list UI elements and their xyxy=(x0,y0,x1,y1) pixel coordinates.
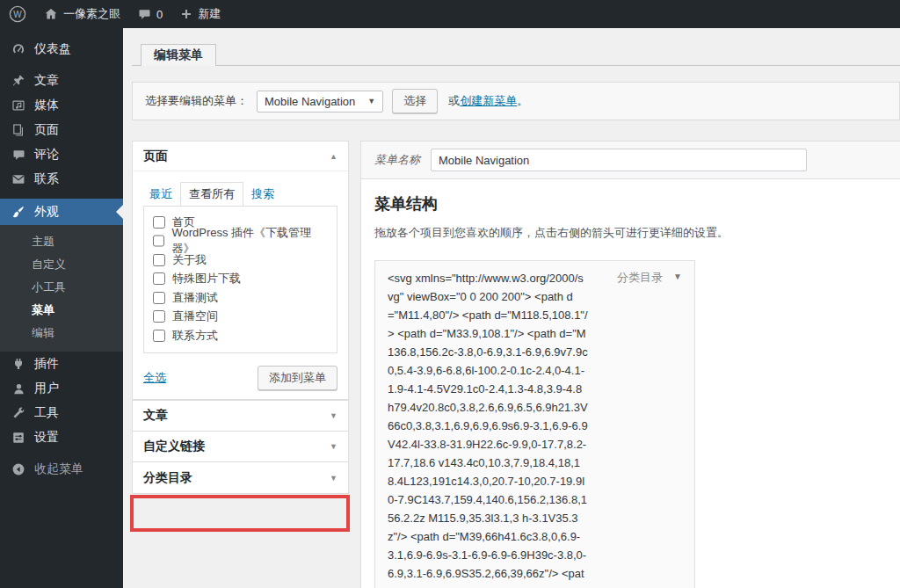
page-checkbox[interactable] xyxy=(153,272,165,285)
sidebar-item-users[interactable]: 用户 xyxy=(0,376,123,401)
plug-icon xyxy=(11,357,26,371)
pages-icon xyxy=(11,123,26,137)
menu-structure-title: 菜单结构 xyxy=(374,193,887,214)
wordpress-logo-menu[interactable]: W xyxy=(0,0,35,28)
pages-filter-tabs: 最近 查看所有 搜索 xyxy=(143,182,338,207)
menu-item-type-label: 分类目录 xyxy=(617,270,663,286)
submenu-item-menus[interactable]: 菜单 xyxy=(0,299,123,322)
sidebar-item-plugins[interactable]: 插件 xyxy=(0,352,123,376)
sidebar-label: 外观 xyxy=(34,204,59,220)
appearance-submenu: 主题 自定义 小工具 菜单 编辑 xyxy=(0,225,123,352)
sidebar-item-appearance[interactable]: 外观 xyxy=(0,199,123,225)
admin-bar: W 一像素之眼 0 新建 xyxy=(0,0,900,28)
tab-view-all[interactable]: 查看所有 xyxy=(180,182,243,207)
sidebar-item-contact[interactable]: 联系 xyxy=(0,167,123,192)
pages-accordion-body: 最近 查看所有 搜索 首页 WordPress 插件《下载管理器》 关于我 特殊… xyxy=(133,171,348,403)
page-checkbox[interactable] xyxy=(153,254,165,266)
chevron-down-icon[interactable]: ▼ xyxy=(330,442,338,451)
page-checkbox-row[interactable]: 直播空间 xyxy=(144,308,337,327)
menu-name-bar: 菜单名称 xyxy=(361,142,900,179)
tab-search[interactable]: 搜索 xyxy=(245,182,280,207)
new-content-label: 新建 xyxy=(198,6,221,22)
menu-structure-section: 菜单结构 拖放各个项目到您喜欢的顺序，点击右侧的箭头可进行更详细的设置。 <sv… xyxy=(361,179,900,588)
tab-edit-menus[interactable]: 编辑菜单 xyxy=(141,44,216,66)
custom-links-accordion-header[interactable]: 自定义链接 ▼ xyxy=(133,432,348,461)
pushpin-icon xyxy=(11,74,26,88)
page-checkbox[interactable] xyxy=(153,235,164,247)
select-all-link[interactable]: 全选 xyxy=(143,370,166,386)
custom-links-accordion-box: 自定义链接 ▼ xyxy=(132,431,349,462)
menu-select-label: 选择要编辑的菜单： xyxy=(145,93,248,109)
menu-select-dropdown[interactable]: Mobile Navigation ▼ xyxy=(257,91,383,113)
sidebar-item-media[interactable]: 媒体 xyxy=(0,93,123,118)
comment-bubble-icon xyxy=(11,149,26,162)
envelope-icon xyxy=(11,172,26,186)
sidebar-label: 设置 xyxy=(34,430,59,446)
menu-item-handle[interactable]: <svg xmlns="http://www.w3.org/2000/svg" … xyxy=(374,260,695,588)
pages-accordion-box: 页面 ▲ 最近 查看所有 搜索 首页 WordPress 插件《下载管理器》 关… xyxy=(132,141,349,400)
collapse-menu-button[interactable]: 收起菜单 xyxy=(0,457,123,482)
page-checkbox[interactable] xyxy=(153,310,165,323)
pages-checklist: 首页 WordPress 插件《下载管理器》 关于我 特殊图片下载 直播测试 直… xyxy=(143,206,338,353)
pages-box-title: 页面 xyxy=(143,149,168,164)
sidebar-item-settings[interactable]: 设置 xyxy=(0,425,123,450)
chevron-down-icon[interactable]: ▼ xyxy=(673,272,682,281)
chevron-up-icon[interactable]: ▲ xyxy=(330,152,338,161)
submenu-item-widgets[interactable]: 小工具 xyxy=(0,276,123,299)
sidebar-item-comments[interactable]: 评论 xyxy=(0,142,123,167)
submenu-item-themes[interactable]: 主题 xyxy=(0,230,123,253)
menu-name-label: 菜单名称 xyxy=(374,152,420,168)
plus-icon xyxy=(180,8,192,20)
chevron-down-icon[interactable]: ▼ xyxy=(330,474,338,483)
page-checkbox[interactable] xyxy=(153,330,165,342)
posts-accordion-box: 文章 ▼ xyxy=(132,400,349,432)
categories-accordion-header[interactable]: 分类目录 ▼ xyxy=(133,462,348,493)
menu-select-bar: 选择要编辑的菜单： Mobile Navigation ▼ 选择 或创建新菜单。 xyxy=(132,82,900,120)
new-content-menu[interactable]: 新建 xyxy=(171,0,229,28)
chevron-down-icon[interactable]: ▼ xyxy=(330,411,338,420)
pages-accordion-header[interactable]: 页面 ▲ xyxy=(133,142,348,171)
sidebar-item-dashboard[interactable]: 仪表盘 xyxy=(0,37,123,62)
submenu-item-editor[interactable]: 编辑 xyxy=(0,322,123,345)
menu-select-value: Mobile Navigation xyxy=(265,95,355,108)
sidebar-label: 仪表盘 xyxy=(34,41,71,57)
page-checkbox[interactable] xyxy=(153,216,165,229)
dashboard-icon xyxy=(11,42,26,56)
tab-most-recent[interactable]: 最近 xyxy=(143,182,178,207)
menu-structure-description: 拖放各个项目到您喜欢的顺序，点击右侧的箭头可进行更详细的设置。 xyxy=(374,225,887,241)
menu-name-input[interactable] xyxy=(431,149,807,171)
sidebar-item-tools[interactable]: 工具 xyxy=(0,401,123,425)
page-checkbox-row[interactable]: 特殊图片下载 xyxy=(144,270,337,289)
sidebar-label: 页面 xyxy=(34,122,59,138)
select-menu-button[interactable]: 选择 xyxy=(392,89,438,113)
red-annotation-rectangle xyxy=(130,495,350,532)
user-icon xyxy=(11,382,26,396)
page-checkbox-row[interactable]: 联系方式 xyxy=(144,326,337,345)
page-checkbox-row[interactable]: WordPress 插件《下载管理器》 xyxy=(144,232,337,251)
posts-accordion-header[interactable]: 文章 ▼ xyxy=(133,401,348,431)
sidebar-label: 工具 xyxy=(34,405,59,421)
comments-shortcut[interactable]: 0 xyxy=(129,0,171,28)
sidebar-item-posts[interactable]: 文章 xyxy=(0,69,123,93)
admin-sidebar: 仪表盘 文章 媒体 页面 评论 联系 外观 xyxy=(0,28,123,588)
collapse-arrow-icon xyxy=(11,462,26,476)
or-create-text: 或创建新菜单。 xyxy=(448,93,528,109)
page-checkbox-row[interactable]: 直播测试 xyxy=(144,288,337,308)
add-to-menu-button[interactable]: 添加到菜单 xyxy=(258,366,338,390)
sidebar-label: 文章 xyxy=(34,73,59,89)
tabs-underline xyxy=(132,65,900,66)
sidebar-item-pages[interactable]: 页面 xyxy=(0,118,123,142)
pages-box-footer: 全选 添加到菜单 xyxy=(143,353,338,403)
menu-item-label: <svg xmlns="http://www.w3.org/2000/svg" … xyxy=(388,269,588,588)
sidebar-label: 用户 xyxy=(34,381,59,396)
submenu-item-customize[interactable]: 自定义 xyxy=(0,253,123,276)
page-checkbox[interactable] xyxy=(153,292,165,304)
sidebar-label: 联系 xyxy=(34,171,59,187)
create-new-menu-link[interactable]: 创建新菜单 xyxy=(460,94,517,107)
site-link[interactable]: 一像素之眼 xyxy=(35,0,129,28)
wordpress-logo-icon: W xyxy=(9,5,26,23)
sidebar-label: 媒体 xyxy=(34,98,59,113)
media-icon xyxy=(11,98,26,113)
home-icon xyxy=(44,7,58,21)
site-name: 一像素之眼 xyxy=(63,6,120,22)
